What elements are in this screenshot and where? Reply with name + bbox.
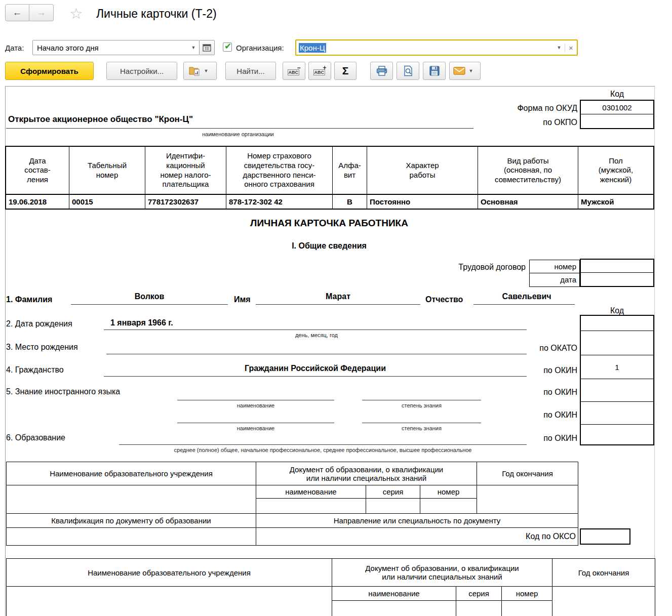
checkmark-icon: ✔	[224, 41, 231, 52]
report-variants-icon	[188, 65, 201, 76]
okin-citizenship-label: по ОКИН	[501, 366, 577, 375]
edu1-doc-series-header: серия	[366, 485, 420, 499]
edu2-institution-header: Наименование образовательного учреждения	[7, 559, 332, 587]
personal-cards-report-window: ←→ ☆ Личные карточки (Т-2) Дата: Начало …	[0, 0, 672, 616]
lang2-name-underline	[177, 423, 334, 423]
code-cell-okin-lang1	[581, 379, 653, 402]
edu1-doc-name-header: наименование	[256, 485, 366, 499]
print-button[interactable]	[370, 62, 393, 80]
chevron-down-icon[interactable]: ▼	[188, 45, 199, 50]
labor-contract-label: Трудовой договор	[420, 263, 526, 272]
okato-label: по ОКАТО	[501, 344, 577, 353]
code-cell-okin-education	[581, 425, 653, 443]
labor-contract-values-box	[580, 259, 654, 287]
print-preview-button[interactable]	[397, 62, 419, 80]
education-table-1: Наименование образовательного учреждения…	[6, 462, 578, 546]
col-header-date: Дата состав- ления	[6, 147, 69, 195]
edu1-doc-name-cell	[256, 499, 366, 514]
okud-label: Форма по ОКУД	[471, 104, 577, 113]
organization-value: Крон-Ц	[299, 43, 326, 53]
col-header-alphabet: Алфа- вит	[333, 147, 367, 195]
patronymic-underline	[473, 304, 575, 305]
calendar-icon	[203, 44, 211, 52]
edu1-institution-header: Наименование образовательного учреждения	[7, 462, 256, 485]
birthdate-label: 2. Дата рождения	[6, 319, 72, 328]
save-button[interactable]	[423, 62, 446, 80]
print-icon	[376, 65, 388, 76]
organization-underline	[6, 128, 473, 129]
education-table-2: Наименование образовательного учреждения…	[6, 558, 655, 616]
contract-number-value	[581, 260, 653, 273]
lang1-degree-underline	[362, 400, 481, 400]
okin-lang2-label: по ОКИН	[501, 410, 577, 420]
language-label: 5. Знание иностранного языка	[6, 387, 120, 396]
chevron-down-icon[interactable]: ▼	[554, 45, 565, 50]
settings-button[interactable]: Настройки...	[106, 62, 177, 80]
edu1-direction-header: Направление или специальность по докумен…	[256, 514, 578, 528]
edu1-qualification-header: Квалификация по документу об образовании	[7, 514, 256, 528]
edu1-doc-number-header: номер	[420, 485, 477, 499]
edu1-year-header: Год окончания	[477, 462, 578, 485]
calendar-button[interactable]	[200, 40, 215, 55]
chevron-down-icon[interactable]: ▼	[201, 68, 212, 73]
lang2-name-caption: наименование	[177, 425, 334, 431]
edu1-year-cell	[477, 485, 578, 514]
lang1-name-caption: наименование	[177, 402, 334, 408]
section1-code-column: 1	[580, 315, 654, 445]
col-header-work-nature: Характер работы	[367, 147, 478, 195]
education-label: 6. Образование	[6, 433, 65, 442]
cell-work-type: Основная	[478, 195, 578, 209]
firstname-underline	[256, 304, 420, 305]
organization-input[interactable]: Крон-Ц ▼ ×	[295, 39, 578, 56]
chevron-down-icon[interactable]: ▼	[465, 68, 477, 73]
edu2-doc-series-header: серия	[456, 587, 502, 601]
col-header-personnel-no: Табельный номер	[69, 147, 145, 195]
cell-alphabet: В	[333, 195, 367, 209]
edu1-doc-series-cell	[366, 499, 420, 514]
birthdate-underline	[104, 330, 527, 330]
col-header-inn: Идентифи- кационный номер налого- плател…	[145, 147, 226, 195]
employee-summary-table: Дата состав- ления Табельный номер Идент…	[5, 146, 654, 210]
citizenship-value: Гражданин Российской Федерации	[104, 364, 527, 373]
report-variants-button[interactable]: ▼	[183, 62, 217, 80]
cell-date: 19.06.2018	[6, 195, 69, 209]
back-button[interactable]: ←	[5, 4, 29, 21]
cell-sex: Мужской	[578, 195, 653, 209]
collapse-groups-button[interactable]: ABC−	[283, 62, 305, 80]
cell-snils: 878-172-302 42	[226, 195, 333, 209]
firstname-value: Марат	[256, 292, 420, 301]
date-period-select[interactable]: Начало этого дня ▼	[32, 40, 200, 55]
contract-date-label: дата	[530, 273, 579, 286]
edu1-doc-number-cell	[420, 499, 477, 514]
code-cell-birthdate	[581, 316, 653, 331]
organization-checkbox[interactable]: ✔	[223, 43, 232, 52]
lang1-degree-caption: степень знания	[362, 402, 481, 408]
okpo-label: по ОКПО	[471, 118, 577, 127]
date-period-control: Начало этого дня ▼	[32, 40, 215, 55]
edu1-okso-label: Код по ОКСО	[256, 528, 578, 545]
edu2-doc-number-header: номер	[502, 587, 552, 601]
page-title: Личные карточки (Т-2)	[96, 7, 217, 21]
okin-education-label: по ОКИН	[501, 434, 577, 443]
totals-button[interactable]: Σ	[334, 62, 357, 80]
lang2-degree-underline	[362, 423, 481, 423]
find-button[interactable]: Найти...	[225, 62, 276, 80]
edu2-doc-name-header: наименование	[332, 587, 456, 601]
okso-code-box	[580, 528, 630, 545]
back-arrow-icon: ←	[13, 7, 22, 18]
report-organization-name: Открытое акционерное общество "Крон-Ц"	[8, 114, 193, 125]
birthdate-caption: день, месяц, год	[154, 332, 479, 338]
expand-groups-button[interactable]: ABC+	[308, 62, 331, 80]
edu2-doc-series-cell	[456, 601, 502, 616]
contract-date-value	[581, 273, 653, 286]
contract-number-label: номер	[530, 260, 579, 273]
edu2-institution-cell	[7, 587, 332, 616]
education-underline	[119, 444, 527, 445]
card-title: ЛИЧНАЯ КАРТОЧКА РАБОТНИКА	[101, 218, 557, 229]
clear-field-icon[interactable]: ×	[565, 44, 577, 52]
send-mail-button[interactable]: ▼	[449, 62, 481, 80]
favorite-star-icon[interactable]: ☆	[69, 6, 83, 21]
forward-button[interactable]: →	[29, 4, 54, 21]
okpo-value-cell	[581, 114, 653, 128]
generate-button[interactable]: Сформировать	[5, 62, 94, 80]
